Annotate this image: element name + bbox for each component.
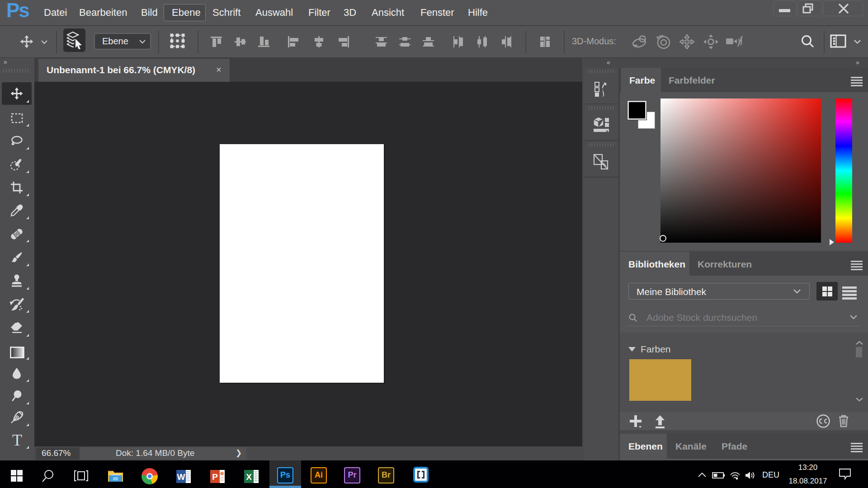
svg-text:W: W bbox=[177, 472, 185, 482]
svg-text:P: P bbox=[212, 472, 218, 482]
svg-text:X: X bbox=[246, 472, 252, 482]
